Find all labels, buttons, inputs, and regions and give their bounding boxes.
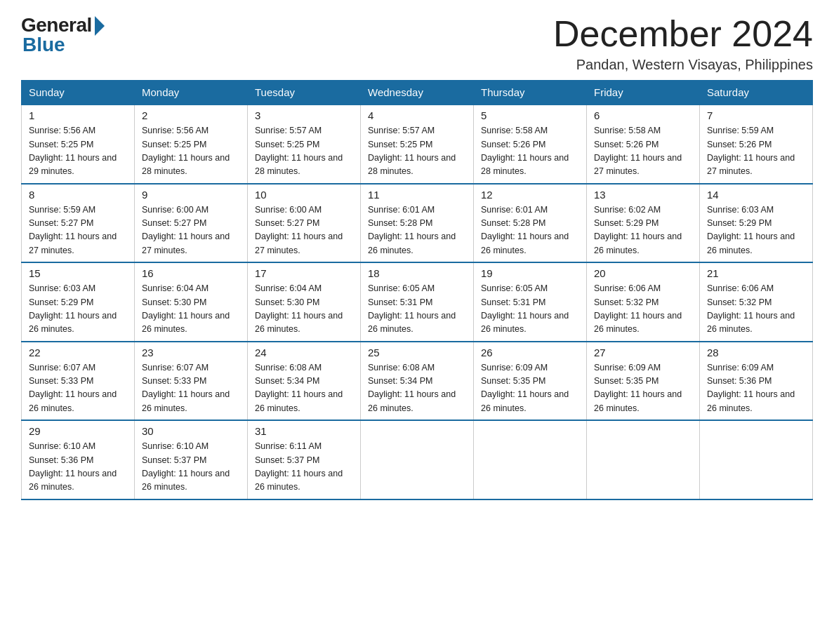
day-number: 23 — [142, 347, 240, 358]
day-cell: 15Sunrise: 6:03 AMSunset: 5:29 PMDayligh… — [22, 262, 135, 342]
day-cell: 6Sunrise: 5:58 AMSunset: 5:26 PMDaylight… — [587, 105, 700, 184]
day-cell — [587, 420, 700, 499]
day-cell: 26Sunrise: 6:09 AMSunset: 5:35 PMDayligh… — [474, 342, 587, 421]
day-info: Sunrise: 5:56 AMSunset: 5:25 PMDaylight:… — [29, 124, 127, 179]
day-info: Sunrise: 5:58 AMSunset: 5:26 PMDaylight:… — [481, 124, 579, 179]
day-number: 26 — [481, 347, 579, 358]
logo-arrow-icon — [95, 16, 105, 36]
day-cell: 17Sunrise: 6:04 AMSunset: 5:30 PMDayligh… — [248, 262, 361, 342]
day-cell: 19Sunrise: 6:05 AMSunset: 5:31 PMDayligh… — [474, 262, 587, 342]
day-number: 15 — [29, 267, 127, 279]
day-info: Sunrise: 6:03 AMSunset: 5:29 PMDaylight:… — [707, 203, 805, 258]
day-cell: 2Sunrise: 5:56 AMSunset: 5:25 PMDaylight… — [135, 105, 248, 184]
day-cell: 5Sunrise: 5:58 AMSunset: 5:26 PMDaylight… — [474, 105, 587, 184]
day-number: 8 — [29, 189, 127, 201]
day-number: 1 — [29, 109, 127, 121]
header-cell-saturday: Saturday — [700, 81, 813, 105]
calendar-table: SundayMondayTuesdayWednesdayThursdayFrid… — [21, 80, 813, 500]
day-number: 4 — [368, 109, 466, 121]
month-title: December 2024 — [553, 14, 813, 54]
day-cell: 24Sunrise: 6:08 AMSunset: 5:34 PMDayligh… — [248, 342, 361, 421]
day-cell: 14Sunrise: 6:03 AMSunset: 5:29 PMDayligh… — [700, 184, 813, 263]
day-info: Sunrise: 6:07 AMSunset: 5:33 PMDaylight:… — [29, 361, 127, 416]
header-cell-friday: Friday — [587, 81, 700, 105]
logo: General Blue — [21, 14, 105, 56]
page-header: General Blue December 2024 Pandan, Weste… — [21, 14, 813, 73]
day-cell: 3Sunrise: 5:57 AMSunset: 5:25 PMDaylight… — [248, 105, 361, 184]
day-number: 10 — [255, 189, 353, 201]
title-block: December 2024 Pandan, Western Visayas, P… — [553, 14, 813, 73]
header-cell-wednesday: Wednesday — [361, 81, 474, 105]
day-cell: 20Sunrise: 6:06 AMSunset: 5:32 PMDayligh… — [587, 262, 700, 342]
day-info: Sunrise: 6:00 AMSunset: 5:27 PMDaylight:… — [255, 203, 353, 258]
day-info: Sunrise: 5:59 AMSunset: 5:27 PMDaylight:… — [29, 203, 127, 258]
day-info: Sunrise: 6:03 AMSunset: 5:29 PMDaylight:… — [29, 282, 127, 337]
location: Pandan, Western Visayas, Philippines — [553, 57, 813, 73]
day-number: 13 — [594, 189, 692, 201]
day-info: Sunrise: 5:59 AMSunset: 5:26 PMDaylight:… — [707, 124, 805, 179]
day-cell: 9Sunrise: 6:00 AMSunset: 5:27 PMDaylight… — [135, 184, 248, 263]
day-info: Sunrise: 6:08 AMSunset: 5:34 PMDaylight:… — [255, 361, 353, 416]
day-number: 31 — [255, 425, 353, 437]
day-info: Sunrise: 6:04 AMSunset: 5:30 PMDaylight:… — [255, 282, 353, 337]
day-info: Sunrise: 6:06 AMSunset: 5:32 PMDaylight:… — [594, 282, 692, 337]
day-cell — [361, 420, 474, 499]
day-number: 6 — [594, 109, 692, 121]
day-cell: 12Sunrise: 6:01 AMSunset: 5:28 PMDayligh… — [474, 184, 587, 263]
day-info: Sunrise: 6:01 AMSunset: 5:28 PMDaylight:… — [481, 203, 579, 258]
day-cell: 28Sunrise: 6:09 AMSunset: 5:36 PMDayligh… — [700, 342, 813, 421]
day-info: Sunrise: 6:07 AMSunset: 5:33 PMDaylight:… — [142, 361, 240, 416]
calendar-body: 1Sunrise: 5:56 AMSunset: 5:25 PMDaylight… — [22, 105, 813, 499]
day-number: 18 — [368, 267, 466, 279]
day-info: Sunrise: 5:58 AMSunset: 5:26 PMDaylight:… — [594, 124, 692, 179]
day-cell: 31Sunrise: 6:11 AMSunset: 5:37 PMDayligh… — [248, 420, 361, 499]
day-number: 12 — [481, 189, 579, 201]
day-number: 28 — [707, 347, 805, 358]
day-info: Sunrise: 6:02 AMSunset: 5:29 PMDaylight:… — [594, 203, 692, 258]
day-cell: 25Sunrise: 6:08 AMSunset: 5:34 PMDayligh… — [361, 342, 474, 421]
day-info: Sunrise: 6:00 AMSunset: 5:27 PMDaylight:… — [142, 203, 240, 258]
week-row-2: 8Sunrise: 5:59 AMSunset: 5:27 PMDaylight… — [22, 184, 813, 263]
day-cell — [474, 420, 587, 499]
day-info: Sunrise: 5:57 AMSunset: 5:25 PMDaylight:… — [368, 124, 466, 179]
logo-blue-text: Blue — [22, 34, 65, 56]
day-number: 7 — [707, 109, 805, 121]
day-info: Sunrise: 6:01 AMSunset: 5:28 PMDaylight:… — [368, 203, 466, 258]
day-number: 11 — [368, 189, 466, 201]
day-number: 22 — [29, 347, 127, 358]
day-info: Sunrise: 6:04 AMSunset: 5:30 PMDaylight:… — [142, 282, 240, 337]
day-info: Sunrise: 5:56 AMSunset: 5:25 PMDaylight:… — [142, 124, 240, 179]
day-cell: 23Sunrise: 6:07 AMSunset: 5:33 PMDayligh… — [135, 342, 248, 421]
day-number: 9 — [142, 189, 240, 201]
day-cell: 16Sunrise: 6:04 AMSunset: 5:30 PMDayligh… — [135, 262, 248, 342]
header-cell-monday: Monday — [135, 81, 248, 105]
day-cell: 13Sunrise: 6:02 AMSunset: 5:29 PMDayligh… — [587, 184, 700, 263]
day-number: 25 — [368, 347, 466, 358]
day-cell: 30Sunrise: 6:10 AMSunset: 5:37 PMDayligh… — [135, 420, 248, 499]
day-info: Sunrise: 5:57 AMSunset: 5:25 PMDaylight:… — [255, 124, 353, 179]
week-row-4: 22Sunrise: 6:07 AMSunset: 5:33 PMDayligh… — [22, 342, 813, 421]
day-number: 24 — [255, 347, 353, 358]
week-row-1: 1Sunrise: 5:56 AMSunset: 5:25 PMDaylight… — [22, 105, 813, 184]
header-cell-sunday: Sunday — [22, 81, 135, 105]
day-cell: 27Sunrise: 6:09 AMSunset: 5:35 PMDayligh… — [587, 342, 700, 421]
day-info: Sunrise: 6:05 AMSunset: 5:31 PMDaylight:… — [481, 282, 579, 337]
day-info: Sunrise: 6:10 AMSunset: 5:37 PMDaylight:… — [142, 440, 240, 495]
day-number: 3 — [255, 109, 353, 121]
day-info: Sunrise: 6:09 AMSunset: 5:35 PMDaylight:… — [481, 361, 579, 416]
day-cell: 29Sunrise: 6:10 AMSunset: 5:36 PMDayligh… — [22, 420, 135, 499]
header-row: SundayMondayTuesdayWednesdayThursdayFrid… — [22, 81, 813, 105]
day-cell: 21Sunrise: 6:06 AMSunset: 5:32 PMDayligh… — [700, 262, 813, 342]
day-info: Sunrise: 6:09 AMSunset: 5:36 PMDaylight:… — [707, 361, 805, 416]
day-number: 5 — [481, 109, 579, 121]
calendar-header: SundayMondayTuesdayWednesdayThursdayFrid… — [22, 81, 813, 105]
day-info: Sunrise: 6:06 AMSunset: 5:32 PMDaylight:… — [707, 282, 805, 337]
day-cell: 7Sunrise: 5:59 AMSunset: 5:26 PMDaylight… — [700, 105, 813, 184]
day-cell: 1Sunrise: 5:56 AMSunset: 5:25 PMDaylight… — [22, 105, 135, 184]
day-cell: 8Sunrise: 5:59 AMSunset: 5:27 PMDaylight… — [22, 184, 135, 263]
header-cell-thursday: Thursday — [474, 81, 587, 105]
day-number: 30 — [142, 425, 240, 437]
day-info: Sunrise: 6:09 AMSunset: 5:35 PMDaylight:… — [594, 361, 692, 416]
day-cell: 10Sunrise: 6:00 AMSunset: 5:27 PMDayligh… — [248, 184, 361, 263]
day-cell: 11Sunrise: 6:01 AMSunset: 5:28 PMDayligh… — [361, 184, 474, 263]
